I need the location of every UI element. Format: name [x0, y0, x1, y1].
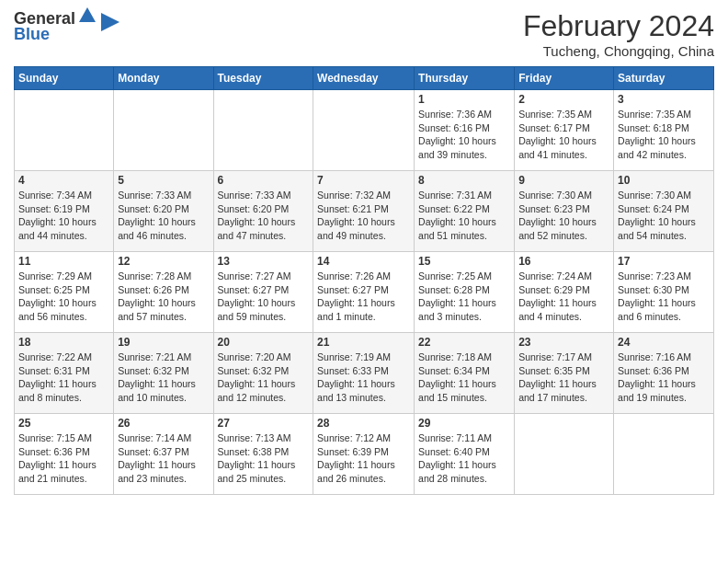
day-info: Sunrise: 7:24 AM Sunset: 6:29 PM Dayligh… [518, 270, 609, 324]
day-info: Sunrise: 7:27 AM Sunset: 6:27 PM Dayligh… [218, 270, 310, 324]
calendar-cell: 28Sunrise: 7:12 AM Sunset: 6:39 PM Dayli… [313, 414, 415, 495]
day-number: 13 [218, 255, 310, 268]
calendar-cell [515, 414, 614, 495]
day-info: Sunrise: 7:36 AM Sunset: 6:16 PM Dayligh… [418, 108, 510, 162]
title-block: February 2024 Tucheng, Chongqing, China [523, 9, 714, 59]
header-sunday: Sunday [15, 67, 114, 90]
day-number: 25 [18, 417, 109, 430]
calendar-cell [313, 90, 415, 171]
calendar-cell: 24Sunrise: 7:16 AM Sunset: 6:36 PM Dayli… [614, 333, 714, 414]
day-number: 4 [18, 174, 109, 187]
day-header-row: SundayMondayTuesdayWednesdayThursdayFrid… [15, 67, 714, 90]
calendar-title: February 2024 [523, 9, 714, 43]
day-number: 14 [317, 255, 410, 268]
day-number: 10 [618, 174, 710, 187]
calendar-cell: 22Sunrise: 7:18 AM Sunset: 6:34 PM Dayli… [415, 333, 515, 414]
calendar-cell: 4Sunrise: 7:34 AM Sunset: 6:19 PM Daylig… [15, 171, 114, 252]
day-number: 23 [518, 336, 609, 349]
calendar-cell [213, 90, 313, 171]
day-info: Sunrise: 7:28 AM Sunset: 6:26 PM Dayligh… [118, 270, 209, 324]
svg-marker-2 [101, 13, 119, 31]
day-info: Sunrise: 7:11 AM Sunset: 6:40 PM Dayligh… [418, 431, 510, 486]
week-row-1: 1Sunrise: 7:36 AM Sunset: 6:16 PM Daylig… [15, 90, 714, 171]
calendar-cell: 2Sunrise: 7:35 AM Sunset: 6:17 PM Daylig… [515, 90, 614, 171]
day-info: Sunrise: 7:20 AM Sunset: 6:32 PM Dayligh… [218, 350, 310, 405]
logo-flag-icon [97, 9, 123, 35]
calendar-cell: 17Sunrise: 7:23 AM Sunset: 6:30 PM Dayli… [614, 252, 714, 333]
header-monday: Monday [114, 67, 213, 90]
logo-icon [77, 6, 97, 26]
calendar-cell: 20Sunrise: 7:20 AM Sunset: 6:32 PM Dayli… [213, 333, 313, 414]
day-number: 7 [317, 174, 410, 187]
day-info: Sunrise: 7:26 AM Sunset: 6:27 PM Dayligh… [317, 270, 410, 324]
day-number: 24 [618, 336, 710, 349]
day-info: Sunrise: 7:23 AM Sunset: 6:30 PM Dayligh… [618, 270, 710, 324]
day-info: Sunrise: 7:29 AM Sunset: 6:25 PM Dayligh… [18, 270, 109, 324]
calendar-table: SundayMondayTuesdayWednesdayThursdayFrid… [14, 66, 714, 495]
calendar-page: General Blue February 2024 Tucheng, Chon… [0, 0, 728, 563]
day-info: Sunrise: 7:35 AM Sunset: 6:18 PM Dayligh… [618, 108, 710, 162]
day-info: Sunrise: 7:34 AM Sunset: 6:19 PM Dayligh… [18, 189, 109, 243]
day-info: Sunrise: 7:16 AM Sunset: 6:36 PM Dayligh… [618, 350, 710, 405]
calendar-cell: 3Sunrise: 7:35 AM Sunset: 6:18 PM Daylig… [614, 90, 714, 171]
day-number: 18 [18, 336, 109, 349]
calendar-cell [614, 414, 714, 495]
day-info: Sunrise: 7:33 AM Sunset: 6:20 PM Dayligh… [118, 189, 209, 243]
day-number: 21 [317, 336, 410, 349]
calendar-cell: 29Sunrise: 7:11 AM Sunset: 6:40 PM Dayli… [415, 414, 515, 495]
header-tuesday: Tuesday [213, 67, 313, 90]
day-number: 27 [218, 417, 310, 430]
calendar-subtitle: Tucheng, Chongqing, China [523, 43, 714, 59]
day-number: 5 [118, 174, 209, 187]
day-info: Sunrise: 7:35 AM Sunset: 6:17 PM Dayligh… [518, 108, 609, 162]
calendar-cell: 11Sunrise: 7:29 AM Sunset: 6:25 PM Dayli… [15, 252, 114, 333]
calendar-cell: 10Sunrise: 7:30 AM Sunset: 6:24 PM Dayli… [614, 171, 714, 252]
calendar-cell [114, 90, 213, 171]
week-row-2: 4Sunrise: 7:34 AM Sunset: 6:19 PM Daylig… [15, 171, 714, 252]
day-info: Sunrise: 7:12 AM Sunset: 6:39 PM Dayligh… [317, 431, 410, 486]
day-info: Sunrise: 7:32 AM Sunset: 6:21 PM Dayligh… [317, 189, 410, 243]
day-info: Sunrise: 7:13 AM Sunset: 6:38 PM Dayligh… [218, 431, 310, 486]
calendar-cell: 23Sunrise: 7:17 AM Sunset: 6:35 PM Dayli… [515, 333, 614, 414]
logo: General Blue [14, 9, 123, 44]
day-info: Sunrise: 7:15 AM Sunset: 6:36 PM Dayligh… [18, 431, 109, 486]
calendar-cell: 6Sunrise: 7:33 AM Sunset: 6:20 PM Daylig… [213, 171, 313, 252]
calendar-cell: 18Sunrise: 7:22 AM Sunset: 6:31 PM Dayli… [15, 333, 114, 414]
day-number: 26 [118, 417, 209, 430]
week-row-5: 25Sunrise: 7:15 AM Sunset: 6:36 PM Dayli… [15, 414, 714, 495]
day-number: 28 [317, 417, 410, 430]
header: General Blue February 2024 Tucheng, Chon… [14, 9, 714, 59]
calendar-cell: 12Sunrise: 7:28 AM Sunset: 6:26 PM Dayli… [114, 252, 213, 333]
day-number: 8 [418, 174, 510, 187]
calendar-cell: 27Sunrise: 7:13 AM Sunset: 6:38 PM Dayli… [213, 414, 313, 495]
calendar-cell: 9Sunrise: 7:30 AM Sunset: 6:23 PM Daylig… [515, 171, 614, 252]
calendar-cell: 16Sunrise: 7:24 AM Sunset: 6:29 PM Dayli… [515, 252, 614, 333]
day-number: 22 [418, 336, 510, 349]
day-info: Sunrise: 7:30 AM Sunset: 6:23 PM Dayligh… [518, 189, 609, 243]
calendar-cell: 19Sunrise: 7:21 AM Sunset: 6:32 PM Dayli… [114, 333, 213, 414]
calendar-cell: 15Sunrise: 7:25 AM Sunset: 6:28 PM Dayli… [415, 252, 515, 333]
day-info: Sunrise: 7:14 AM Sunset: 6:37 PM Dayligh… [118, 431, 209, 486]
calendar-cell [15, 90, 114, 171]
day-number: 16 [518, 255, 609, 268]
calendar-cell: 1Sunrise: 7:36 AM Sunset: 6:16 PM Daylig… [415, 90, 515, 171]
day-number: 6 [218, 174, 310, 187]
calendar-cell: 21Sunrise: 7:19 AM Sunset: 6:33 PM Dayli… [313, 333, 415, 414]
calendar-cell: 26Sunrise: 7:14 AM Sunset: 6:37 PM Dayli… [114, 414, 213, 495]
calendar-cell: 7Sunrise: 7:32 AM Sunset: 6:21 PM Daylig… [313, 171, 415, 252]
day-info: Sunrise: 7:33 AM Sunset: 6:20 PM Dayligh… [218, 189, 310, 243]
day-info: Sunrise: 7:21 AM Sunset: 6:32 PM Dayligh… [118, 350, 209, 405]
day-number: 1 [418, 93, 510, 106]
week-row-3: 11Sunrise: 7:29 AM Sunset: 6:25 PM Dayli… [15, 252, 714, 333]
header-saturday: Saturday [614, 67, 714, 90]
day-number: 9 [518, 174, 609, 187]
day-info: Sunrise: 7:17 AM Sunset: 6:35 PM Dayligh… [518, 350, 609, 405]
calendar-cell: 25Sunrise: 7:15 AM Sunset: 6:36 PM Dayli… [15, 414, 114, 495]
calendar-cell: 8Sunrise: 7:31 AM Sunset: 6:22 PM Daylig… [415, 171, 515, 252]
day-number: 19 [118, 336, 209, 349]
calendar-cell: 14Sunrise: 7:26 AM Sunset: 6:27 PM Dayli… [313, 252, 415, 333]
day-number: 11 [18, 255, 109, 268]
header-wednesday: Wednesday [313, 67, 415, 90]
day-number: 12 [118, 255, 209, 268]
day-number: 20 [218, 336, 310, 349]
